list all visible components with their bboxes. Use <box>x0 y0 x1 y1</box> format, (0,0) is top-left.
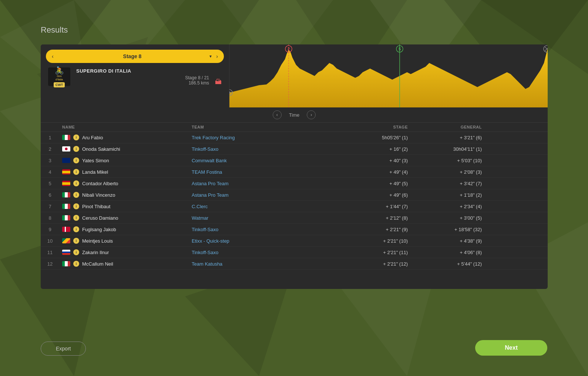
page-title: Results <box>41 25 68 35</box>
name-cell: i Pinot Thibaut <box>59 203 189 209</box>
stage-time-cell: 5h05'26" (1) <box>337 135 411 140</box>
name-cell: i McCallum Neil <box>59 261 189 267</box>
dropdown-arrow-icon[interactable]: ▾ <box>209 54 212 59</box>
info-icon[interactable]: i <box>73 146 79 152</box>
general-time-cell: + 3'21" (6) <box>411 135 485 140</box>
info-icon[interactable]: i <box>73 215 79 221</box>
stage-time-cell: + 49" (4) <box>337 169 411 175</box>
rank-cell: 2 <box>41 146 59 152</box>
rider-name: Meintjes Louis <box>82 238 113 244</box>
team-cell: Tinkoff-Saxo <box>189 250 337 255</box>
race-type-icon: 🏔 <box>215 78 222 86</box>
rank-cell: 7 <box>41 204 59 209</box>
general-time-cell: + 3'00" (5) <box>411 215 485 221</box>
time-label: Time <box>289 112 299 118</box>
rider-name: Contador Alberto <box>82 181 118 186</box>
general-time-cell: + 5'44" (12) <box>411 261 485 267</box>
time-next-button[interactable]: › <box>307 110 316 119</box>
col-stage-header: STAGE <box>337 125 411 129</box>
rank-cell: 9 <box>41 227 59 232</box>
rider-name: Onoda Sakamichi <box>82 146 120 152</box>
time-nav: ‹ Time › <box>41 107 548 123</box>
name-cell: i Nibali Vincenzo <box>59 192 189 198</box>
elevation-chart: 2 S <box>229 44 548 107</box>
team-cell: Commwalt Bank <box>189 158 337 163</box>
stage-time-cell: + 16" (2) <box>337 146 411 152</box>
info-icon[interactable]: i <box>73 192 79 198</box>
info-icon[interactable]: i <box>73 238 79 244</box>
col-team-header: TEAM <box>189 125 337 129</box>
flag-icon <box>62 146 70 152</box>
rank-cell: 8 <box>41 215 59 221</box>
table-row: 10 i Meintjes Louis Etixx - Quick-step +… <box>41 235 548 247</box>
general-time-cell: + 4'06" (8) <box>411 250 485 255</box>
team-cell: Astana Pro Team <box>189 181 337 186</box>
table-row: 2 i Onoda Sakamichi Tinkoff-Saxo + 16" (… <box>41 143 548 155</box>
rank-cell: 11 <box>41 250 59 255</box>
general-time-cell: + 5'03" (10) <box>411 158 485 163</box>
results-body: 1 i Aru Fabio Trek Factory Racing 5h05'2… <box>41 132 548 289</box>
info-icon[interactable]: i <box>73 157 79 163</box>
rider-name: Landa Mikel <box>82 169 108 175</box>
table-row: 5 i Contador Alberto Astana Pro Team + 4… <box>41 178 548 189</box>
rider-name: Yates Simon <box>82 158 109 163</box>
rider-name: Aru Fabio <box>82 135 103 140</box>
rank-cell: 10 <box>41 238 59 244</box>
general-time-cell: + 18'58" (32) <box>411 227 485 232</box>
flag-icon <box>62 169 70 174</box>
next-stage-button[interactable]: › <box>215 53 219 59</box>
next-button[interactable]: Next <box>475 340 547 356</box>
stage-time-cell: + 2'21" (11) <box>337 250 411 255</box>
flag-icon <box>62 250 70 255</box>
general-time-cell: + 2'08" (3) <box>411 169 485 175</box>
svg-text:2: 2 <box>288 47 290 51</box>
info-icon[interactable]: i <box>73 249 79 255</box>
logo-icon: 🚴 <box>55 66 64 75</box>
race-details: SUPERGIRO DI ITALIA Stage 8 / 21 186.5 k… <box>76 68 209 86</box>
cwt-badge: CWT <box>54 82 65 87</box>
main-panel: ‹ Stage 8 ▾ › 🚴 Girod'Italia CWT SUPERGI… <box>41 44 548 289</box>
table-row: 6 i Nibali Vincenzo Astana Pro Team + 49… <box>41 189 548 201</box>
flag-icon <box>62 158 70 163</box>
prev-stage-button[interactable]: ‹ <box>50 53 55 59</box>
table-row: 3 i Yates Simon Commwalt Bank + 40" (3) … <box>41 155 548 166</box>
table-row: 8 i Ceruso Damiano Watmar + 2'12" (8) + … <box>41 212 548 224</box>
table-row: 7 i Pinot Thibaut C.Clerc + 1'44" (7) + … <box>41 201 548 212</box>
info-icon[interactable]: i <box>73 180 79 186</box>
team-cell: Trek Factory Racing <box>189 135 337 140</box>
team-cell: C.Clerc <box>189 204 337 209</box>
table-row: 4 i Landa Mikel TEAM Fostina + 49" (4) +… <box>41 166 548 178</box>
info-icon[interactable]: i <box>73 169 79 175</box>
stage-time-cell: + 1'44" (7) <box>337 204 411 209</box>
export-button[interactable]: Export <box>41 342 86 356</box>
stage-time-cell: + 49" (6) <box>337 192 411 198</box>
stage-time-cell: + 2'12" (8) <box>337 215 411 221</box>
rank-cell: 6 <box>41 192 59 198</box>
info-icon[interactable]: i <box>73 226 79 232</box>
race-logo: 🚴 Girod'Italia CWT <box>48 67 70 86</box>
name-cell: i Aru Fabio <box>59 134 189 140</box>
general-time-cell: + 2'34" (4) <box>411 204 485 209</box>
table-row: 12 i McCallum Neil Team Katusha + 2'21" … <box>41 258 548 270</box>
time-prev-button[interactable]: ‹ <box>273 110 282 119</box>
svg-text:S: S <box>399 47 401 51</box>
rider-name: Nibali Vincenzo <box>82 192 115 198</box>
rider-name: McCallum Neil <box>82 261 113 267</box>
name-cell: i Fuglsang Jakob <box>59 226 189 232</box>
flag-icon <box>62 204 70 209</box>
info-icon[interactable]: i <box>73 261 79 267</box>
flag-icon <box>62 181 70 186</box>
team-cell: Watmar <box>189 215 337 221</box>
rank-cell: 5 <box>41 181 59 186</box>
rank-cell: 3 <box>41 158 59 163</box>
rider-name: Pinot Thibaut <box>82 204 110 209</box>
logo-text: Girod'Italia <box>56 75 63 81</box>
results-header: NAME TEAM STAGE GENERAL <box>41 123 548 132</box>
info-icon[interactable]: i <box>73 203 79 209</box>
rank-cell: 4 <box>41 169 59 175</box>
general-time-cell: 30h04'11" (1) <box>411 146 485 152</box>
flag-icon <box>62 227 70 232</box>
team-cell: TEAM Fostina <box>189 169 337 175</box>
info-icon[interactable]: i <box>73 134 79 140</box>
team-cell: Team Katusha <box>189 261 337 267</box>
